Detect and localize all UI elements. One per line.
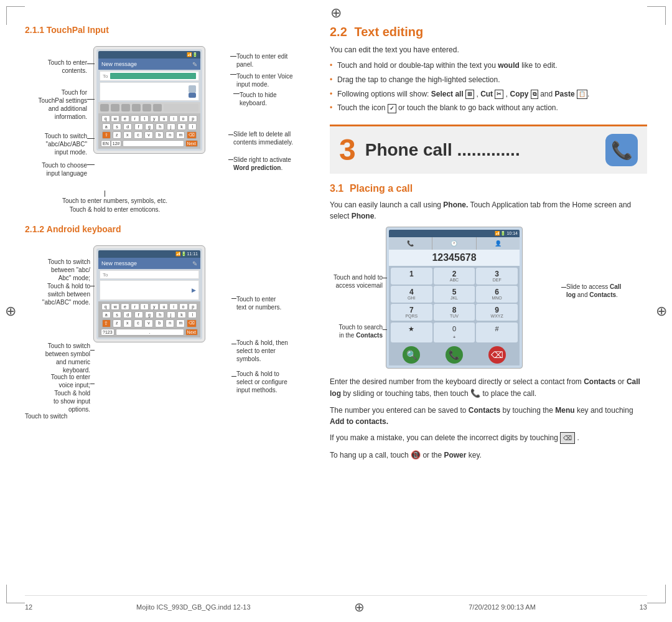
section-2-1-2: 2.1.2 Android keyboard 📶🔋11:11 [25,224,311,426]
footer-file-info: Mojito ICS_993D_GB_QG.indd 12-13 [136,603,250,611]
page-num-right: 13 [640,603,647,611]
para-hang-up: To hang up a call, touch 📵 or the Power … [330,449,647,461]
line-switch-symbol [90,350,95,351]
section-2-2-heading: 2.2 Text editing [330,25,647,39]
dial-bottom-row: ★ 0+ # [389,323,520,344]
line-enter-text [231,298,236,299]
android-phone-mockup: 📶🔋11:11 New message ✎ To [93,245,205,342]
android-kb-row-3: ⇧zxcvbnm⌫ [100,319,199,328]
section-3-1-intro: You can easily launch a call using Phone… [330,199,647,222]
columns-layout: 2.1.1 TouchPal Input 📶🔋 [25,12,647,572]
ann-voice-input: Touch to entervoice input;Touch & holdto… [25,373,90,413]
ann-enter-text-numbers: Touch to entertext or numbers. [236,295,311,311]
kb-row-2: asdfghjkl [100,123,199,131]
dial-call-btn[interactable]: 📞 [446,346,463,364]
para-enter-number: Enter the desired number from the keyboa… [330,376,647,400]
section-3-1-title: Placing a call [350,183,413,194]
ann-slide-delete: Slide left to delete allcontents immedia… [233,130,311,146]
section-3-1-number: 3.1 [330,183,343,194]
bullet-3: Following options will show: Select all … [330,89,647,100]
ann-access-voicemail: Touch and hold toaccess voicemail [330,273,383,290]
emoji-btn-5 [142,104,151,111]
ann-touch-switch: Touch to switch [25,413,67,420]
dial-tabs: 📞 🕐 👤 [389,237,520,250]
dial-delete-btn[interactable]: ⌫ [488,346,506,364]
ann-enter-voice-mode: Touch to enter Voiceinput mode. [236,72,311,88]
ann-hide-keyboard: Touch to hidekeyboard. [240,91,311,107]
line-switch-abc-mode [90,286,95,286]
line-slide-delete [228,134,233,135]
bullet-2: Drag the tap to change the high-lighted … [330,75,647,85]
android-kb-row-2: asdfghjkl [100,311,199,319]
emoji-btn-1 [100,104,109,111]
page-container: 2.1.1 TouchPal Input 📶🔋 [0,0,672,622]
back-icon: ✓ [388,104,396,113]
line-enter-voice [230,74,236,75]
dial-btn-4[interactable]: 4GHI [391,286,432,303]
dial-tab-person: 👤 [477,237,520,250]
line-touchpal-settings [87,99,95,100]
android-keyboard: qwertyuiop asdfghjkl ⇧zxcvbnm⌫ [98,301,200,337]
line-hide-keyboard [233,93,240,94]
section-2-2-number: 2.2 [330,25,347,39]
phone-title: New message [101,61,137,67]
ann-select-configure: Touch & hold toselect or configureinput … [236,370,311,394]
dial-btn-6[interactable]: 6MNO [476,286,518,303]
select-all-icon: ⊞ [465,90,474,99]
emoji-btn-6 [153,104,162,111]
line-word-prediction [228,159,233,160]
dial-btn-3[interactable]: 3DEF [476,268,518,285]
section-2-1-2-title: Android keyboard [47,224,121,234]
phone-status-bar: 📶🔋 [98,51,200,59]
dial-btn-5[interactable]: 5JKL [434,286,475,303]
ann-word-prediction: Slide right to activateWord prediction. [233,156,311,172]
line-enter-edit-panel [230,56,236,57]
right-column: 2.2 Text editing You can edit the text y… [330,25,647,572]
line-select-configure [231,376,236,377]
backspace-inline-icon: ⌫ [560,432,575,444]
section-2-1-1-heading: 2.1.1 TouchPal Input [25,25,311,35]
emoji-row [98,102,200,113]
dial-btn-7[interactable]: 7PQRS [391,304,432,321]
ann-switch-abc-mode: Touch to switchbetween "abc/Abc" mode;To… [25,258,90,306]
bullet-1: Touch and hold or double-tap within the … [330,60,647,71]
line-numbers-symbols [105,191,105,197]
dial-phone-mockup: 📶🔋 10:14 📞 🕐 👤 12345678 [386,227,510,369]
copy-icon: ⧉ [531,90,538,99]
footer-date-time: 7/20/2012 9:00:13 AM [469,603,536,611]
status-icons: 📶🔋 [187,52,198,57]
phone-header: New message ✎ [98,59,200,70]
touchpal-keyboard: qwertyuiop asdfghjkl ⇧zxcvbnm⌫ [98,113,200,149]
dial-btn-9[interactable]: 9WXYZ [476,304,518,321]
paste-icon: 📋 [577,90,587,99]
dial-btn-zero[interactable]: 0+ [434,323,475,342]
section-3-1-heading: 3.1 Placing a call [330,183,647,194]
dial-btn-hash[interactable]: # [476,323,518,342]
ann-switch-symbol: Touch to switchbetween symboland numeric… [25,342,90,374]
attach-icon [189,85,196,93]
kb-row-3: ⇧zxcvbnm⌫ [100,131,199,139]
dial-btn-1[interactable]: 1 [391,268,432,285]
emoji-btn-2 [111,104,119,111]
android-message-area: ▶ [100,280,199,300]
section-2-2-bullets: Touch and hold or double-tap within the … [330,60,647,113]
phone-call-icon: 📞 [605,134,638,166]
dial-number-display: 12345678 [389,250,520,266]
dial-btn-8[interactable]: 8TUV [434,304,475,321]
section-2-1-1: 2.1.1 TouchPal Input 📶🔋 [25,25,311,214]
dial-search-btn[interactable]: 🔍 [403,346,420,364]
dial-btn-2[interactable]: 2ABC [434,268,475,285]
chapter-3-title: Phone call ............. [365,140,596,160]
line-search-contacts [383,329,387,330]
section-2-1-1-title: TouchPal Input [47,25,109,35]
send-icon [189,93,196,98]
bullet-4: Touch the icon ✓ or touch the blank to g… [330,103,647,113]
ann-enter-contents: Touch to entercontents. [25,59,87,75]
line-access-voicemail [383,278,387,278]
dial-grid: 1 2ABC 3DEF 4GHI 5JKL 6MNO 7PQRS 8TUV 9W… [389,266,520,323]
page-footer: 12 Mojito ICS_993D_GB_QG.indd 12-13 ⊕ 7/… [25,595,647,615]
ann-slide-call-log: Slide to access Calllog and Contacts. [566,283,647,299]
dial-btn-star[interactable]: ★ [391,323,432,342]
dial-top-bar: 📶🔋 10:14 [389,230,520,237]
android-header: New message ✎ [98,258,200,269]
